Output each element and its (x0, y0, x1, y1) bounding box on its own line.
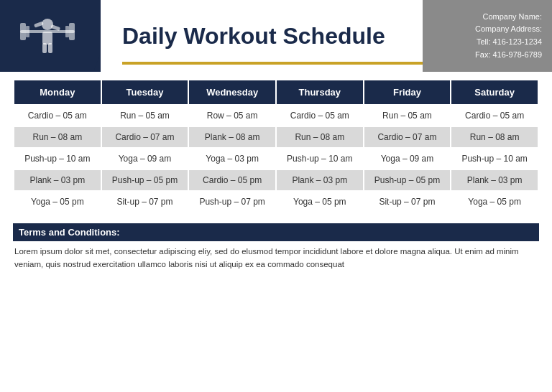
header-row: MondayTuesdayWednesdayThursdayFridaySatu… (14, 80, 538, 104)
svg-rect-7 (42, 43, 47, 53)
table-cell-r0c5: Cardio – 05 am (451, 106, 538, 126)
table-cell-r2c4: Yoga – 09 am (364, 149, 451, 169)
svg-rect-2 (69, 23, 75, 40)
header-triangle (93, 0, 101, 72)
table-row: Run – 08 amCardio – 07 amPlank – 08 amRu… (14, 127, 538, 147)
weightlifter-icon (19, 4, 76, 67)
terms-body: Lorem ipsum dolor sit met, consectetur a… (13, 244, 539, 273)
col-header-thursday: Thursday (277, 80, 363, 104)
col-header-wednesday: Wednesday (189, 80, 275, 104)
table-cell-r4c0: Yoga – 05 pm (14, 192, 101, 212)
table-row: Plank – 03 pmPush-up – 05 pmCardio – 05 … (14, 170, 538, 190)
svg-rect-3 (26, 26, 29, 37)
table-cell-r2c5: Push-up – 10 am (451, 149, 538, 169)
terms-heading: Terms and Conditions: (13, 223, 539, 241)
svg-rect-8 (48, 43, 52, 53)
table-cell-r1c0: Run – 08 am (14, 127, 101, 147)
table-cell-r4c2: Push-up – 07 pm (189, 192, 275, 212)
table-header: MondayTuesdayWednesdayThursdayFridaySatu… (14, 80, 538, 104)
table-cell-r3c2: Cardio – 05 pm (189, 170, 275, 190)
company-address-label: Company Address: (475, 23, 542, 36)
table-cell-r4c3: Yoga – 05 pm (277, 192, 363, 212)
table-cell-r0c3: Cardio – 05 am (277, 106, 363, 126)
table-cell-r3c3: Plank – 03 pm (277, 170, 363, 190)
header-center: Daily Workout Schedule (101, 0, 423, 72)
table-cell-r0c2: Row – 05 am (189, 106, 275, 126)
table-cell-r2c3: Push-up – 10 am (277, 149, 363, 169)
company-tel: Tell: 416-123-1234 (475, 36, 542, 49)
table-cell-r2c1: Yoga – 09 am (102, 149, 188, 169)
table-row: Yoga – 05 pmSit-up – 07 pmPush-up – 07 p… (14, 192, 538, 212)
table-cell-r0c1: Run – 05 am (102, 106, 188, 126)
table-cell-r2c2: Yoga – 03 pm (189, 149, 275, 169)
col-header-monday: Monday (14, 80, 101, 104)
company-name-label: Company Name: (475, 11, 542, 24)
company-details: Company Name: Company Address: Tell: 416… (475, 11, 542, 61)
schedule-table: MondayTuesdayWednesdayThursdayFridaySatu… (13, 79, 539, 213)
page-title: Daily Workout Schedule (122, 23, 385, 50)
table-cell-r0c0: Cardio – 05 am (14, 106, 101, 126)
header-company-info: Company Name: Company Address: Tell: 416… (423, 0, 552, 72)
terms-section: Terms and Conditions: Lorem ipsum dolor … (0, 218, 552, 277)
header-underline (122, 62, 423, 65)
col-header-saturday: Saturday (451, 80, 538, 104)
svg-rect-1 (20, 23, 26, 40)
svg-rect-4 (65, 26, 69, 37)
table-cell-r1c4: Cardio – 07 am (364, 127, 451, 147)
table-cell-r4c4: Sit-up – 07 pm (364, 192, 451, 212)
table-cell-r3c1: Push-up – 05 pm (102, 170, 188, 190)
table-row: Cardio – 05 amRun – 05 amRow – 05 amCard… (14, 106, 538, 126)
table-cell-r3c0: Plank – 03 pm (14, 170, 101, 190)
header: Daily Workout Schedule Company Name: Com… (0, 0, 552, 72)
col-header-friday: Friday (364, 80, 451, 104)
table-cell-r0c4: Run – 05 am (364, 106, 451, 126)
svg-rect-5 (42, 32, 52, 45)
table-cell-r3c4: Push-up – 05 pm (364, 170, 451, 190)
table-cell-r3c5: Plank – 03 pm (451, 170, 538, 190)
table-cell-r4c1: Sit-up – 07 pm (102, 192, 188, 212)
table-row: Push-up – 10 amYoga – 09 amYoga – 03 pmP… (14, 149, 538, 169)
table-cell-r2c0: Push-up – 10 am (14, 149, 101, 169)
svg-point-6 (42, 19, 53, 30)
table-cell-r4c5: Yoga – 05 pm (451, 192, 538, 212)
table-body: Cardio – 05 amRun – 05 amRow – 05 amCard… (14, 106, 538, 212)
schedule-section: MondayTuesdayWednesdayThursdayFridaySatu… (0, 72, 552, 218)
table-cell-r1c1: Cardio – 07 am (102, 127, 188, 147)
header-logo-bg (0, 0, 101, 72)
col-header-tuesday: Tuesday (102, 80, 188, 104)
table-cell-r1c2: Plank – 08 am (189, 127, 275, 147)
svg-rect-10 (50, 24, 60, 31)
table-cell-r1c5: Run – 08 am (451, 127, 538, 147)
company-fax: Fax: 416-978-6789 (475, 49, 542, 62)
table-cell-r1c3: Run – 08 am (277, 127, 363, 147)
